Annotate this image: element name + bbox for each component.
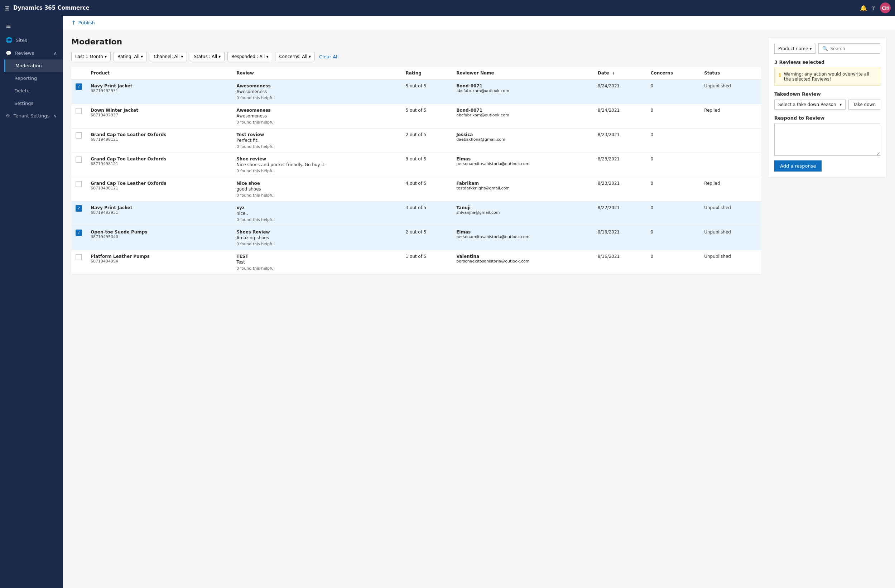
product-name-dropdown[interactable]: Product name ▾ — [774, 44, 816, 54]
row-review: Shoe review Nice shoes and pocket friend… — [232, 153, 401, 177]
reviewer-name-text: Valentina — [456, 254, 589, 259]
sidebar-item-moderation[interactable]: Moderation — [4, 59, 63, 72]
col-rating: Rating — [401, 67, 452, 79]
status-badge: Unpublished — [704, 254, 731, 259]
row-checkbox-cell — [71, 129, 86, 153]
respond-textarea[interactable] — [774, 124, 880, 156]
chevron-up-icon: ∧ — [53, 50, 57, 56]
sidebar-item-tenant-settings[interactable]: ⚙ Tenant Settings ∨ — [0, 109, 63, 122]
product-name-text: Platform Leather Pumps — [91, 254, 228, 259]
table-row: ✓ Open-toe Suede Pumps 68719495040 Shoes… — [71, 226, 761, 250]
filters-bar: Last 1 Month ▾ Rating: All ▾ Channel: Al… — [71, 52, 761, 61]
product-name-text: Grand Cap Toe Leather Oxfords — [91, 132, 228, 137]
publish-button[interactable]: ↑ Publish — [71, 19, 95, 26]
filter-responded-label: Responded : All — [231, 54, 265, 59]
row-date: 8/24/2021 — [593, 104, 646, 129]
product-name-chevron: ▾ — [809, 46, 812, 51]
row-rating: 2 out of 5 — [401, 129, 452, 153]
takedown-row: Select a take down Reason ▾ Take down — [774, 100, 880, 109]
helpful-text: 0 found this helpful — [237, 242, 397, 246]
help-icon[interactable]: ? — [872, 5, 875, 11]
clear-all-button[interactable]: Clear All — [319, 54, 338, 59]
sidebar-item-tenant-label: Tenant Settings — [14, 113, 50, 118]
user-avatar[interactable]: CH — [880, 3, 891, 13]
reviewer-email-text: abcfabrikam@outlook.com — [456, 88, 589, 93]
search-icon: 🔍 — [822, 46, 828, 51]
product-id-text: 68719492931 — [91, 210, 228, 215]
top-navigation: ⊞ Dynamics 365 Commerce 🔔 ? CH — [0, 0, 895, 16]
col-status: Status — [700, 67, 761, 79]
sidebar-item-sites-label: Sites — [16, 38, 27, 43]
sidebar-item-delete[interactable]: Delete — [4, 85, 63, 97]
row-checkbox[interactable] — [76, 132, 82, 139]
row-checkbox[interactable] — [76, 156, 82, 163]
row-product: Grand Cap Toe Leather Oxfords 6871949812… — [86, 129, 232, 153]
take-down-button[interactable]: Take down — [848, 100, 880, 109]
filter-channel-chevron: ▾ — [181, 54, 183, 59]
row-review: Awesomeness Awesomeness 0 found this hel… — [232, 79, 401, 104]
helpful-text: 0 found this helpful — [237, 95, 397, 100]
takedown-reason-dropdown[interactable]: Select a take down Reason ▾ — [774, 100, 846, 109]
app-grid-icon[interactable]: ⊞ — [4, 4, 10, 12]
filter-concerns[interactable]: Concerns: All ▾ — [275, 52, 315, 61]
sidebar-menu-button[interactable]: ≡ — [0, 19, 63, 33]
row-checkbox[interactable] — [76, 181, 82, 187]
filter-date-chevron: ▾ — [105, 54, 107, 59]
row-checkbox-cell: ✓ — [71, 226, 86, 250]
sidebar-item-sites[interactable]: 🌐 Sites — [0, 33, 63, 47]
sidebar-item-reporting[interactable]: Reporting — [4, 72, 63, 85]
product-name-text: Open-toe Suede Pumps — [91, 230, 228, 235]
filter-rating[interactable]: Rating: All ▾ — [114, 52, 147, 61]
row-checkbox-cell: ✓ — [71, 202, 86, 226]
row-status: Replied — [700, 177, 761, 202]
row-checkbox-cell: ✓ — [71, 79, 86, 104]
reviewer-name-text: Fabrikam — [456, 181, 589, 186]
row-concerns: 0 — [646, 153, 700, 177]
selected-count: 3 Reviews selected — [774, 59, 880, 65]
row-checkbox[interactable] — [76, 108, 82, 114]
publish-arrow-icon: ↑ — [71, 19, 76, 26]
filter-channel-label: Channel: All — [154, 54, 179, 59]
add-response-button[interactable]: Add a response — [774, 161, 822, 171]
row-reviewer: Valentina personaexitosahistoria@outlook… — [452, 250, 593, 275]
settings-icon: ⚙ — [6, 113, 10, 118]
filter-status[interactable]: Status : All ▾ — [190, 52, 225, 61]
publish-button-label: Publish — [78, 20, 94, 26]
sidebar-item-reviews[interactable]: 💬 Reviews ∧ — [0, 47, 63, 59]
filter-responded[interactable]: Responded : All ▾ — [228, 52, 272, 61]
row-rating: 4 out of 5 — [401, 177, 452, 202]
filter-channel[interactable]: Channel: All ▾ — [150, 52, 187, 61]
reviewer-name-text: Tanuji — [456, 205, 589, 210]
row-checkbox[interactable] — [76, 254, 82, 260]
review-title-text: Awesomeness — [237, 108, 397, 113]
row-status — [700, 129, 761, 153]
notification-icon[interactable]: 🔔 — [860, 5, 867, 11]
row-checkbox-cell — [71, 104, 86, 129]
status-badge: Replied — [704, 108, 720, 113]
table-row: Grand Cap Toe Leather Oxfords 6871949812… — [71, 129, 761, 153]
row-checkbox[interactable]: ✓ — [76, 205, 82, 212]
row-rating: 3 out of 5 — [401, 202, 452, 226]
filter-date-label: Last 1 Month — [75, 54, 103, 59]
row-concerns: 0 — [646, 226, 700, 250]
main-content: ↑ Publish Moderation Last 1 Month ▾ Rati… — [63, 16, 895, 588]
row-concerns: 0 — [646, 79, 700, 104]
row-review: Awesomeness Awesomeness 0 found this hel… — [232, 104, 401, 129]
row-checkbox[interactable]: ✓ — [76, 230, 82, 236]
row-concerns: 0 — [646, 202, 700, 226]
reviews-table: Product Review Rating Reviewer Name Date… — [71, 67, 761, 275]
filter-date[interactable]: Last 1 Month ▾ — [71, 52, 111, 61]
table-row: ✓ Navy Print Jacket 68719492931 xyz nice… — [71, 202, 761, 226]
row-checkbox[interactable]: ✓ — [76, 83, 82, 90]
sidebar-item-settings[interactable]: Settings — [4, 97, 63, 109]
table-row: ✓ Navy Print Jacket 68719492931 Awesomen… — [71, 79, 761, 104]
search-input[interactable] — [830, 46, 876, 51]
right-panel: Product name ▾ 🔍 3 Reviews selected ℹ Wa… — [768, 37, 886, 177]
filter-status-label: Status : All — [194, 54, 217, 59]
row-date: 8/16/2021 — [593, 250, 646, 275]
product-name-text: Navy Print Jacket — [91, 205, 228, 210]
row-date: 8/23/2021 — [593, 177, 646, 202]
sidebar-item-settings-label: Settings — [14, 101, 33, 106]
row-review: TEST Test 0 found this helpful — [232, 250, 401, 275]
col-date[interactable]: Date ↓ — [593, 67, 646, 79]
